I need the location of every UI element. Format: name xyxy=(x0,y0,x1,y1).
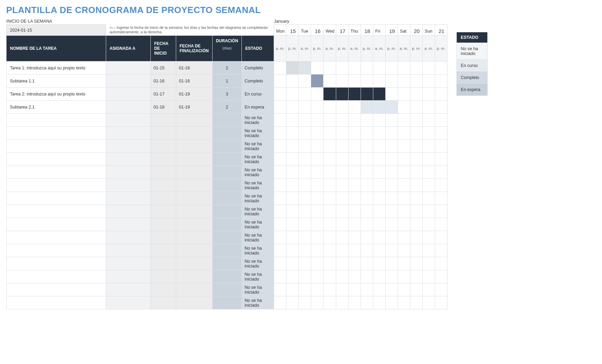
task-name-cell[interactable]: Subtarea 1.1 xyxy=(7,75,106,88)
gantt-cell[interactable] xyxy=(361,205,373,218)
gantt-cell[interactable] xyxy=(274,61,286,75)
gantt-cell[interactable] xyxy=(361,283,373,296)
gantt-cell[interactable] xyxy=(435,179,447,192)
task-name-cell[interactable] xyxy=(7,140,106,153)
gantt-cell[interactable] xyxy=(373,114,385,127)
gantt-cell[interactable] xyxy=(274,231,286,244)
gantt-cell[interactable] xyxy=(348,114,361,127)
assigned-cell[interactable] xyxy=(106,127,151,140)
gantt-cell[interactable] xyxy=(299,283,311,296)
duration-cell[interactable] xyxy=(212,166,242,179)
assigned-cell[interactable] xyxy=(106,192,151,205)
status-cell[interactable]: No se ha iniciado xyxy=(242,140,274,153)
gantt-cell[interactable] xyxy=(398,153,410,166)
start-date-cell[interactable] xyxy=(151,231,176,244)
gantt-cell[interactable] xyxy=(361,127,373,140)
gantt-cell[interactable] xyxy=(299,88,311,101)
gantt-cell[interactable] xyxy=(422,75,435,88)
gantt-cell[interactable] xyxy=(385,166,398,179)
start-date-cell[interactable] xyxy=(151,140,176,153)
gantt-cell[interactable] xyxy=(361,270,373,283)
gantt-cell[interactable] xyxy=(323,205,336,218)
gantt-cell[interactable] xyxy=(274,179,286,192)
gantt-cell[interactable] xyxy=(348,192,361,205)
gantt-cell[interactable] xyxy=(361,75,373,88)
gantt-cell[interactable] xyxy=(435,88,447,101)
gantt-cell[interactable] xyxy=(435,257,447,270)
gantt-cell[interactable] xyxy=(336,166,348,179)
gantt-cell[interactable] xyxy=(435,296,447,309)
gantt-cell[interactable] xyxy=(336,231,348,244)
gantt-cell[interactable] xyxy=(286,75,299,88)
status-cell[interactable]: No se ha iniciado xyxy=(242,270,274,283)
start-date-cell[interactable]: 01-18 xyxy=(151,101,176,114)
gantt-cell[interactable] xyxy=(286,218,299,231)
status-cell[interactable]: Completo xyxy=(242,75,274,88)
gantt-cell[interactable] xyxy=(410,166,422,179)
task-name-cell[interactable] xyxy=(7,153,106,166)
gantt-cell[interactable] xyxy=(373,140,385,153)
gantt-cell[interactable] xyxy=(361,218,373,231)
status-cell[interactable]: No se ha iniciado xyxy=(242,283,274,296)
start-date-cell[interactable] xyxy=(151,270,176,283)
gantt-cell[interactable] xyxy=(348,244,361,257)
assigned-cell[interactable] xyxy=(106,218,151,231)
gantt-cell[interactable] xyxy=(299,270,311,283)
gantt-cell[interactable] xyxy=(422,153,435,166)
status-cell[interactable]: No se ha iniciado xyxy=(242,205,274,218)
gantt-cell[interactable] xyxy=(398,205,410,218)
end-date-cell[interactable] xyxy=(176,192,213,205)
start-date-cell[interactable] xyxy=(151,205,176,218)
assigned-cell[interactable] xyxy=(106,153,151,166)
gantt-cell[interactable] xyxy=(373,205,385,218)
start-date-cell[interactable] xyxy=(151,114,176,127)
task-name-cell[interactable]: Tarea 2: introduzca aquí su propio texto xyxy=(7,88,106,101)
task-name-cell[interactable] xyxy=(7,127,106,140)
gantt-cell[interactable] xyxy=(299,75,311,88)
gantt-cell[interactable] xyxy=(299,296,311,309)
gantt-cell[interactable] xyxy=(435,283,447,296)
gantt-cell[interactable] xyxy=(435,140,447,153)
gantt-cell[interactable] xyxy=(336,127,348,140)
duration-cell[interactable] xyxy=(212,257,242,270)
duration-cell[interactable]: 2 xyxy=(212,101,242,114)
gantt-cell[interactable] xyxy=(435,127,447,140)
assigned-cell[interactable] xyxy=(106,296,151,309)
end-date-cell[interactable] xyxy=(176,296,213,309)
gantt-cell[interactable] xyxy=(422,140,435,153)
gantt-cell[interactable] xyxy=(274,140,286,153)
start-date-cell[interactable]: 01-17 xyxy=(151,88,176,101)
gantt-cell[interactable] xyxy=(373,153,385,166)
gantt-cell[interactable] xyxy=(422,101,435,114)
gantt-cell[interactable] xyxy=(274,114,286,127)
gantt-cell[interactable] xyxy=(323,75,336,88)
end-date-cell[interactable] xyxy=(176,270,213,283)
assigned-cell[interactable] xyxy=(106,270,151,283)
duration-cell[interactable] xyxy=(212,140,242,153)
task-name-cell[interactable] xyxy=(7,231,106,244)
end-date-cell[interactable] xyxy=(176,179,213,192)
gantt-cell[interactable] xyxy=(336,296,348,309)
gantt-cell[interactable] xyxy=(398,127,410,140)
gantt-cell[interactable] xyxy=(274,88,286,101)
gantt-cell[interactable] xyxy=(311,283,323,296)
gantt-cell[interactable] xyxy=(385,61,398,75)
gantt-cell[interactable] xyxy=(361,61,373,75)
gantt-cell[interactable] xyxy=(410,205,422,218)
gantt-cell[interactable] xyxy=(323,114,336,127)
duration-cell[interactable] xyxy=(212,179,242,192)
gantt-cell[interactable] xyxy=(274,166,286,179)
gantt-cell[interactable] xyxy=(299,218,311,231)
gantt-cell[interactable] xyxy=(410,283,422,296)
task-name-cell[interactable]: Tarea 1: introduzca aquí su propio texto xyxy=(7,61,106,75)
task-name-cell[interactable] xyxy=(7,244,106,257)
duration-cell[interactable] xyxy=(212,218,242,231)
duration-cell[interactable]: 2 xyxy=(212,61,242,75)
gantt-cell[interactable] xyxy=(274,192,286,205)
gantt-cell[interactable] xyxy=(274,244,286,257)
duration-cell[interactable]: 3 xyxy=(212,88,242,101)
gantt-cell[interactable] xyxy=(348,231,361,244)
gantt-cell[interactable] xyxy=(373,257,385,270)
gantt-cell[interactable] xyxy=(398,270,410,283)
gantt-cell[interactable] xyxy=(348,61,361,75)
